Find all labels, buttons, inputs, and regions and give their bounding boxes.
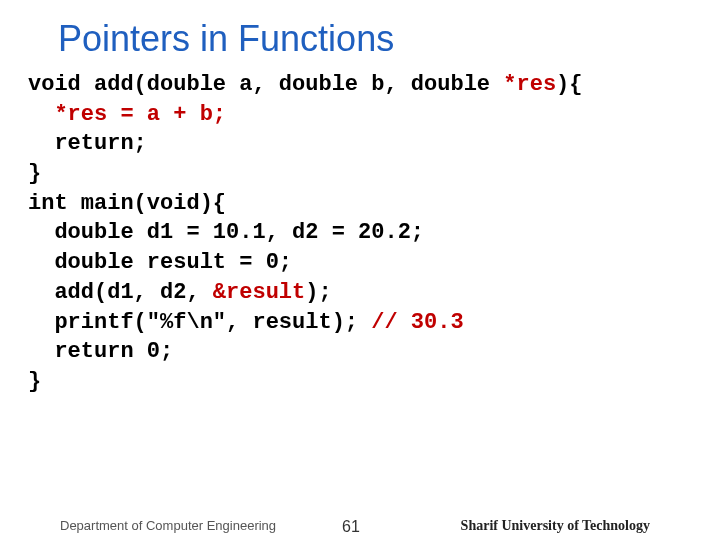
- code-line-9b: // 30.3: [371, 310, 463, 335]
- footer-dept: Department of Computer Engineering: [60, 518, 276, 533]
- code-line-11: }: [28, 369, 41, 394]
- code-line-3: return;: [28, 131, 147, 156]
- code-line-4: }: [28, 161, 41, 186]
- slide-title: Pointers in Functions: [0, 0, 720, 70]
- code-line-7: double result = 0;: [28, 250, 292, 275]
- code-line-8c: );: [305, 280, 331, 305]
- code-line-6: double d1 = 10.1, d2 = 20.2;: [28, 220, 424, 245]
- code-line-1b: *res: [503, 72, 556, 97]
- code-line-10: return 0;: [28, 339, 173, 364]
- code-line-5: int main(void){: [28, 191, 226, 216]
- code-line-1c: ){: [556, 72, 582, 97]
- code-line-1a: void add(double a, double b, double: [28, 72, 503, 97]
- footer-uni: Sharif University of Technology: [461, 518, 650, 534]
- code-line-9a: printf("%f\n", result);: [28, 310, 371, 335]
- footer-page: 61: [342, 518, 360, 536]
- code-block: void add(double a, double b, double *res…: [0, 70, 720, 397]
- code-line-2: *res = a + b;: [28, 102, 226, 127]
- slide: Pointers in Functions void add(double a,…: [0, 0, 720, 540]
- code-line-8a: add(d1, d2,: [28, 280, 213, 305]
- code-line-8b: &result: [213, 280, 305, 305]
